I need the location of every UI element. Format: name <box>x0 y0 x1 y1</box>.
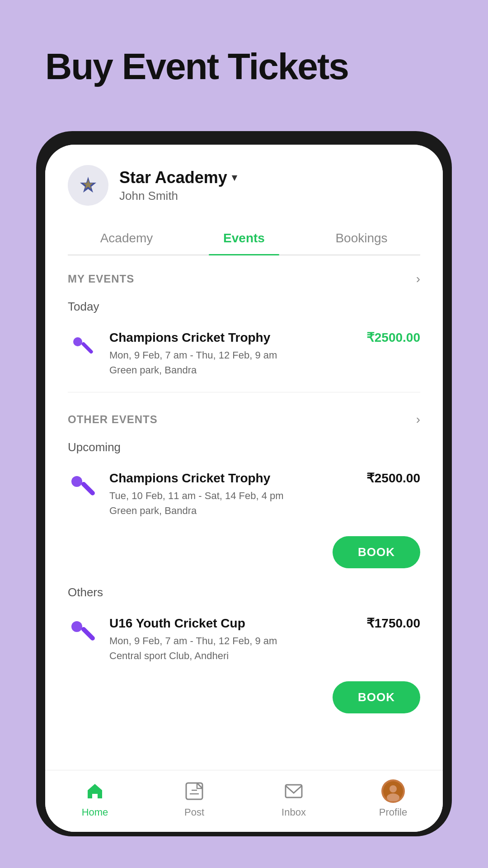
other-event-price-0: ₹2500.00 <box>366 471 420 486</box>
academy-logo <box>68 165 108 206</box>
nav-label-post: Post <box>184 807 204 818</box>
bottom-nav: Home Post <box>45 770 443 832</box>
academy-name-text: Star Academy <box>119 168 227 187</box>
main-content: MY EVENTS › Today Champions Cricket Trop… <box>45 255 443 770</box>
dropdown-arrow-icon: ▾ <box>232 172 237 184</box>
cricket-icon-0 <box>68 332 99 363</box>
my-event-price-0: ₹2500.00 <box>366 330 420 345</box>
phone-frame: Star Academy ▾ John Smith Academy Events… <box>36 131 452 836</box>
nav-label-home: Home <box>82 807 108 818</box>
book-row-1: BOOK <box>45 674 443 726</box>
phone-screen: Star Academy ▾ John Smith Academy Events… <box>45 145 443 832</box>
inbox-icon <box>282 779 305 803</box>
nav-label-inbox: Inbox <box>282 807 306 818</box>
tab-academy[interactable]: Academy <box>68 222 185 255</box>
others-sub-label: Others <box>45 581 443 607</box>
book-button-0[interactable]: BOOK <box>333 536 420 568</box>
svg-point-7 <box>71 621 82 632</box>
my-events-chevron-icon: › <box>416 272 420 286</box>
other-event-meta-0: Tue, 10 Feb, 11 am - Sat, 14 Feb, 4 pm G… <box>109 488 420 518</box>
my-event-item-0: Champions Cricket Trophy ₹2500.00 Mon, 9… <box>45 321 443 388</box>
other-event-meta-1: Mon, 9 Feb, 7 am - Thu, 12 Feb, 9 am Cen… <box>109 633 420 663</box>
nav-item-home[interactable]: Home <box>45 779 145 818</box>
home-icon <box>83 779 107 803</box>
other-event-name-1: U16 Youth Cricket Cup <box>109 616 359 631</box>
my-events-header[interactable]: MY EVENTS › <box>45 255 443 295</box>
tab-bookings[interactable]: Bookings <box>303 222 420 255</box>
post-icon <box>183 779 206 803</box>
page-title: Buy Event Tickets <box>45 45 348 88</box>
my-event-name-0: Champions Cricket Trophy <box>109 330 359 345</box>
svg-point-15 <box>389 785 397 793</box>
other-events-title: OTHER EVENTS <box>68 413 158 426</box>
svg-point-3 <box>73 337 82 346</box>
other-events-chevron-icon: › <box>416 412 420 427</box>
divider-1 <box>68 392 420 392</box>
other-event-price-1: ₹1750.00 <box>366 616 420 631</box>
nav-item-profile[interactable]: Profile <box>343 779 443 818</box>
other-event-details-0: Champions Cricket Trophy ₹2500.00 Tue, 1… <box>109 471 420 518</box>
tab-bar: Academy Events Bookings <box>68 222 420 255</box>
my-event-meta-0: Mon, 9 Feb, 7 am - Thu, 12 Feb, 9 am Gre… <box>109 348 420 377</box>
user-name: John Smith <box>119 189 420 203</box>
academy-info: Star Academy ▾ John Smith <box>119 168 420 203</box>
nav-item-post[interactable]: Post <box>145 779 244 818</box>
profile-icon <box>381 779 405 803</box>
cricket-icon-1 <box>68 472 99 503</box>
profile-avatar <box>381 779 405 803</box>
other-event-item-1: U16 Youth Cricket Cup ₹1750.00 Mon, 9 Fe… <box>45 607 443 674</box>
nav-label-profile: Profile <box>379 807 407 818</box>
book-button-1[interactable]: BOOK <box>333 681 420 713</box>
svg-point-5 <box>71 476 82 487</box>
svg-rect-4 <box>81 341 94 354</box>
star-logo-icon <box>76 173 100 198</box>
my-events-sub-label: Today <box>45 295 443 321</box>
nav-item-inbox[interactable]: Inbox <box>244 779 343 818</box>
tab-events[interactable]: Events <box>185 222 303 255</box>
cricket-icon-2 <box>68 618 99 648</box>
svg-rect-6 <box>80 481 96 496</box>
other-event-details-1: U16 Youth Cricket Cup ₹1750.00 Mon, 9 Fe… <box>109 616 420 663</box>
svg-rect-8 <box>80 626 96 642</box>
book-row-0: BOOK <box>45 529 443 581</box>
academy-name-row[interactable]: Star Academy ▾ <box>119 168 420 187</box>
svg-rect-13 <box>286 785 302 797</box>
other-events-header[interactable]: OTHER EVENTS › <box>45 396 443 436</box>
app-header: Star Academy ▾ John Smith Academy Events… <box>45 145 443 255</box>
my-events-title: MY EVENTS <box>68 273 134 285</box>
my-event-details-0: Champions Cricket Trophy ₹2500.00 Mon, 9… <box>109 330 420 377</box>
other-event-name-0: Champions Cricket Trophy <box>109 471 359 486</box>
other-event-item-0: Champions Cricket Trophy ₹2500.00 Tue, 1… <box>45 462 443 529</box>
upcoming-sub-label: Upcoming <box>45 436 443 462</box>
